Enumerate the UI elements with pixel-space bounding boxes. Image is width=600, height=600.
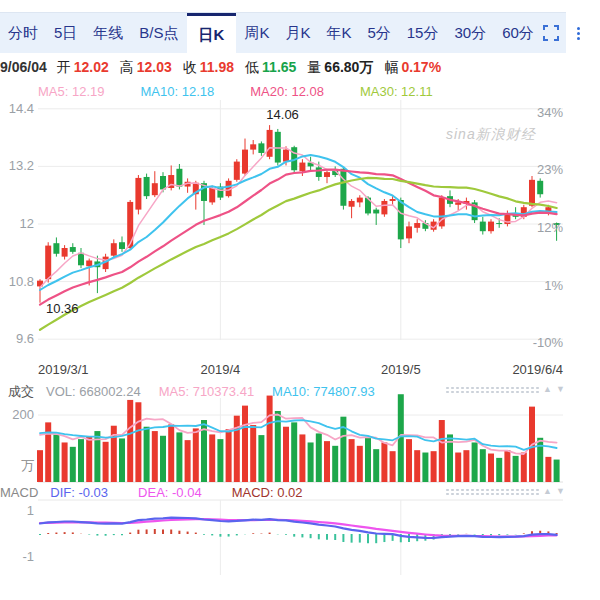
- svg-text:34%: 34%: [537, 105, 563, 120]
- tab-B/S点[interactable]: B/S点: [131, 13, 186, 53]
- volume-value: VOL: 668002.24: [46, 384, 141, 399]
- tab-分时[interactable]: 分时: [0, 13, 46, 53]
- macd-dea-value: DEA: -0.04: [138, 485, 202, 500]
- volume-pane-drag-handle[interactable]: [445, 386, 539, 394]
- macd-dif-value: DIF: -0.03: [50, 485, 108, 500]
- svg-text:10.36: 10.36: [46, 301, 79, 316]
- tab-月K[interactable]: 月K: [277, 13, 318, 53]
- svg-text:23%: 23%: [537, 162, 563, 177]
- macd-legend: MACD DIF: -0.03 DEA: -0.04 MACD: 0.02: [0, 485, 302, 500]
- tab-5分[interactable]: 5分: [359, 13, 398, 53]
- svg-text:2019/5: 2019/5: [381, 362, 421, 377]
- svg-text:12%: 12%: [537, 220, 563, 235]
- svg-text:1: 1: [27, 503, 34, 518]
- gridlines: [38, 100, 563, 575]
- volume-pane: [37, 394, 560, 482]
- volume-ma5-value: MA5: 710373.41: [159, 384, 254, 399]
- svg-text:14.06: 14.06: [266, 107, 299, 122]
- macd-pane-title: MACD: [0, 485, 38, 500]
- sina-watermark: sina新浪财经: [446, 126, 536, 144]
- macd-pane-collapse-icon[interactable]: ▼: [556, 486, 565, 496]
- macd-pane-drag-handle[interactable]: [445, 488, 539, 496]
- svg-text:2019/3/1: 2019/3/1: [38, 362, 89, 377]
- svg-text:-1: -1: [22, 549, 34, 564]
- macd-pane: [40, 518, 557, 544]
- volume-ma10-value: MA10: 774807.93: [272, 384, 375, 399]
- macd-pane-expand-icon[interactable]: ▲: [543, 486, 552, 496]
- volume-pane-title: 成交: [8, 383, 34, 401]
- svg-text:12: 12: [20, 216, 34, 231]
- svg-text:10.8: 10.8: [9, 274, 34, 289]
- tab-年线[interactable]: 年线: [85, 13, 131, 53]
- svg-text:14.4: 14.4: [9, 101, 34, 116]
- svg-text:9.6: 9.6: [16, 331, 34, 346]
- svg-text:1%: 1%: [544, 278, 563, 293]
- svg-text:-10%: -10%: [533, 335, 564, 350]
- kline-chart-canvas[interactable]: 14.434%13.223%1212%10.81%9.6-10%14.0610.…: [0, 0, 600, 600]
- svg-text:2019/6/4: 2019/6/4: [512, 362, 563, 377]
- price-pane: [37, 125, 560, 330]
- volume-pane-collapse-icon[interactable]: ▼: [556, 384, 565, 394]
- svg-text:万: 万: [21, 458, 34, 473]
- tab-30分[interactable]: 30分: [446, 13, 494, 53]
- tab-15分[interactable]: 15分: [399, 13, 447, 53]
- fullscreen-icon[interactable]: [542, 24, 560, 42]
- tabbar-icons: [542, 13, 596, 53]
- tab-5日[interactable]: 5日: [46, 13, 85, 53]
- more-menu-icon[interactable]: [570, 24, 588, 42]
- tab-年K[interactable]: 年K: [318, 13, 359, 53]
- chart-period-tabbar: 分时5日年线B/S点日K周K月K年K5分15分30分60分: [0, 12, 566, 53]
- stock-chart-app: 分时5日年线B/S点日K周K月K年K5分15分30分60分 9/06/04 开1…: [0, 0, 600, 600]
- macd-value: MACD: 0.02: [232, 485, 303, 500]
- tab-日K[interactable]: 日K: [187, 13, 237, 61]
- volume-pane-expand-icon[interactable]: ▲: [543, 384, 552, 394]
- svg-text:13.2: 13.2: [9, 158, 34, 173]
- tab-周K[interactable]: 周K: [236, 13, 277, 53]
- tab-60分[interactable]: 60分: [494, 13, 542, 53]
- svg-text:2019/4: 2019/4: [201, 362, 241, 377]
- volume-legend: 成交 VOL: 668002.24 MA5: 710373.41 MA10: 7…: [8, 383, 375, 401]
- svg-text:200: 200: [12, 407, 34, 422]
